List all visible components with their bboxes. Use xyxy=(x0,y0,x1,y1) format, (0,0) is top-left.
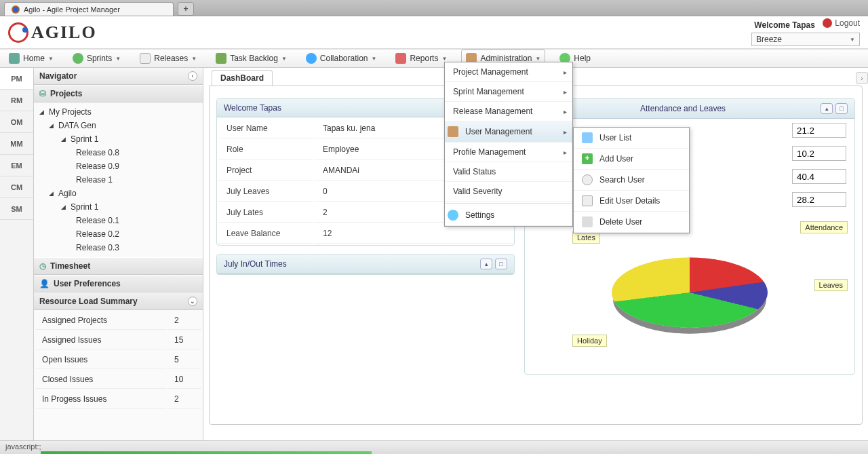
collapse-left-icon[interactable]: ‹ xyxy=(188,71,197,81)
menu-project-management[interactable]: Project Management xyxy=(445,62,572,82)
july-inout-panel: July In/Out Times ▴ □ xyxy=(216,254,515,275)
chevron-down-icon: ▼ xyxy=(115,56,121,62)
submenu-edit-user[interactable]: Edit User Details xyxy=(574,191,689,212)
sprints-icon xyxy=(73,53,83,64)
rail-om[interactable]: OM xyxy=(0,111,33,133)
menu-release-management[interactable]: Release Management xyxy=(445,102,572,121)
panel-title: Welcome Tapas xyxy=(224,103,281,113)
browser-tab[interactable]: Agilo - Agile Project Manager xyxy=(4,2,174,16)
logo-text: AGILO xyxy=(31,22,97,43)
attendance-value-1[interactable] xyxy=(792,123,846,138)
collapse-up-icon[interactable]: ▴ xyxy=(821,103,833,114)
rail-mm[interactable]: MM xyxy=(0,133,33,155)
expand-icon: ◢ xyxy=(61,204,68,210)
tree-sprint1a[interactable]: ◢Sprint 1 xyxy=(34,132,203,146)
tree-agilo[interactable]: ◢Agilo xyxy=(34,187,203,200)
section-projects[interactable]: ⛁ Projects xyxy=(34,85,203,102)
collaboration-icon xyxy=(306,53,317,64)
rail-rm[interactable]: RM xyxy=(0,90,33,111)
settings-icon xyxy=(448,210,458,221)
status-bar: javascript:; xyxy=(0,440,868,454)
pie-label-attendance: Attendance xyxy=(800,221,848,233)
menu-valid-severity[interactable]: Valid Severity xyxy=(445,182,572,202)
collapse-up-icon[interactable]: ▴ xyxy=(480,259,492,269)
menu-reports[interactable]: Reports▼ xyxy=(391,50,452,67)
admin-dropdown: Project Management Sprint Management Rel… xyxy=(444,62,573,227)
submenu-delete-user[interactable]: Delete User xyxy=(574,212,689,233)
navigator-title: Navigator xyxy=(39,71,77,81)
new-tab-button[interactable]: + xyxy=(178,2,194,16)
pie-chart: Lates Attendance Leaves Holiday xyxy=(525,211,854,374)
user-mgmt-icon xyxy=(448,126,458,137)
chevron-down-icon: ▼ xyxy=(191,56,197,62)
logo: AGILO xyxy=(8,22,97,43)
chevron-down-icon: ▼ xyxy=(441,56,447,62)
menu-sprint-management[interactable]: Sprint Management xyxy=(445,82,572,102)
tree-my-projects[interactable]: ◢My Projects xyxy=(34,105,203,119)
welcome-text: Welcome Tapas xyxy=(754,20,815,30)
expand-icon: ◢ xyxy=(49,122,56,129)
rail-sm[interactable]: SM xyxy=(0,198,33,220)
status-text: javascript:; xyxy=(5,442,41,451)
collapse-down-icon[interactable]: ⌄ xyxy=(188,297,197,306)
tree-release-09[interactable]: Release 0.9 xyxy=(34,159,203,173)
resource-summary-table: Assigned Projects2 Assigned Issues15 Ope… xyxy=(34,310,203,410)
chevron-down-icon: ▼ xyxy=(535,56,540,62)
logo-icon xyxy=(8,22,28,43)
menu-settings[interactable]: Settings xyxy=(445,205,572,226)
module-rail: PM RM OM MM EM CM SM xyxy=(0,68,34,454)
section-timesheet[interactable]: ◷Timesheet xyxy=(34,257,203,275)
tab-dashboard[interactable]: DashBoard xyxy=(212,70,273,86)
pie-label-holiday: Holiday xyxy=(572,335,607,347)
menu-profile-management[interactable]: Profile Management xyxy=(445,143,572,162)
menu-valid-status[interactable]: Valid Status xyxy=(445,162,572,182)
chevron-down-icon: ▼ xyxy=(372,56,377,62)
attendance-value-4[interactable] xyxy=(792,192,846,207)
attendance-value-2[interactable] xyxy=(792,146,846,161)
releases-icon xyxy=(140,53,151,64)
submenu-add-user[interactable]: +Add User xyxy=(574,149,689,170)
maximize-icon[interactable]: □ xyxy=(835,103,848,114)
menu-sprints[interactable]: Sprints▼ xyxy=(68,50,125,67)
expand-icon: ◢ xyxy=(61,136,68,143)
expand-icon: ◢ xyxy=(39,109,46,115)
theme-selector[interactable]: Breeze xyxy=(751,33,860,46)
delete-icon xyxy=(582,216,593,227)
add-user-icon: + xyxy=(582,153,593,164)
rail-cm[interactable]: CM xyxy=(0,176,33,198)
user-management-submenu: User List +Add User Search User Edit Use… xyxy=(573,127,690,233)
user-icon: 👤 xyxy=(39,279,50,288)
logout-link[interactable]: Logout xyxy=(823,18,860,28)
submenu-user-list[interactable]: User List xyxy=(574,128,689,149)
maximize-icon[interactable]: □ xyxy=(495,259,507,269)
tree-sprint1b[interactable]: ◢Sprint 1 xyxy=(34,200,203,214)
user-list-icon xyxy=(582,132,593,143)
menu-releases[interactable]: Releases▼ xyxy=(135,50,201,67)
submenu-search-user[interactable]: Search User xyxy=(574,170,689,191)
attendance-value-3[interactable] xyxy=(792,169,846,184)
collapse-right-icon[interactable]: › xyxy=(856,72,868,84)
table-row: Closed Issues10 xyxy=(35,371,201,389)
section-resource-load[interactable]: Resource Load Summary ⌄ xyxy=(34,292,203,310)
menu-home[interactable]: Home▼ xyxy=(4,50,58,67)
rail-pm[interactable]: PM xyxy=(0,68,33,90)
tree-release-02[interactable]: Release 0.2 xyxy=(34,227,203,241)
favicon-icon xyxy=(12,5,20,14)
section-userprefs[interactable]: 👤User Preferences xyxy=(34,275,203,292)
table-row: In Progess Issues2 xyxy=(35,390,201,409)
tree-release-01[interactable]: Release 0.1 xyxy=(34,214,203,227)
menu-collaboration[interactable]: Collaboration▼ xyxy=(301,50,382,67)
tree-release-08[interactable]: Release 0.8 xyxy=(34,146,203,159)
menu-user-management[interactable]: User Management xyxy=(445,121,572,143)
chevron-down-icon: ▼ xyxy=(281,56,287,62)
tree-datagen[interactable]: ◢DATA Gen xyxy=(34,119,203,132)
tab-title: Agilo - Agile Project Manager xyxy=(24,5,120,14)
chevron-down-icon: ▼ xyxy=(48,56,54,62)
table-row: Assigned Projects2 xyxy=(35,311,201,330)
table-row: Open Issues5 xyxy=(35,351,201,369)
menu-backlog[interactable]: Task Backlog▼ xyxy=(211,50,292,67)
rail-em[interactable]: EM xyxy=(0,155,33,176)
logout-icon xyxy=(823,18,832,28)
tree-release-03[interactable]: Release 0.3 xyxy=(34,241,203,254)
tree-release-1[interactable]: Release 1 xyxy=(34,173,203,187)
